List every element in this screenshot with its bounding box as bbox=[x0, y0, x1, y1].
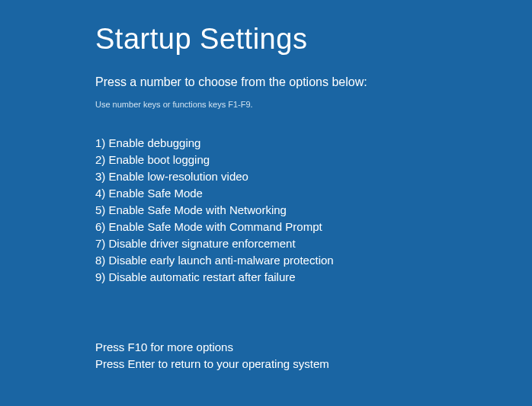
option-2[interactable]: 2) Enable boot logging bbox=[95, 152, 532, 168]
option-5[interactable]: 5) Enable Safe Mode with Networking bbox=[95, 202, 532, 219]
option-4[interactable]: 4) Enable Safe Mode bbox=[95, 185, 532, 202]
option-6[interactable]: 6) Enable Safe Mode with Command Prompt bbox=[95, 219, 532, 235]
option-1[interactable]: 1) Enable debugging bbox=[95, 135, 532, 152]
return-hint: Press Enter to return to your operating … bbox=[95, 356, 329, 372]
options-list: 1) Enable debugging 2) Enable boot loggi… bbox=[95, 135, 532, 286]
footer-instructions: Press F10 for more options Press Enter t… bbox=[95, 339, 329, 372]
option-8[interactable]: 8) Disable early launch anti-malware pro… bbox=[95, 252, 532, 269]
page-title: Startup Settings bbox=[95, 23, 532, 56]
startup-settings-screen: Startup Settings Press a number to choos… bbox=[0, 0, 532, 286]
more-options-hint: Press F10 for more options bbox=[95, 339, 329, 356]
option-3[interactable]: 3) Enable low-resolution video bbox=[95, 168, 532, 185]
option-7[interactable]: 7) Disable driver signature enforcement bbox=[95, 235, 532, 252]
hint-text: Use number keys or functions keys F1-F9. bbox=[95, 100, 532, 109]
option-9[interactable]: 9) Disable automatic restart after failu… bbox=[95, 269, 532, 286]
instruction-text: Press a number to choose from the option… bbox=[95, 75, 532, 89]
